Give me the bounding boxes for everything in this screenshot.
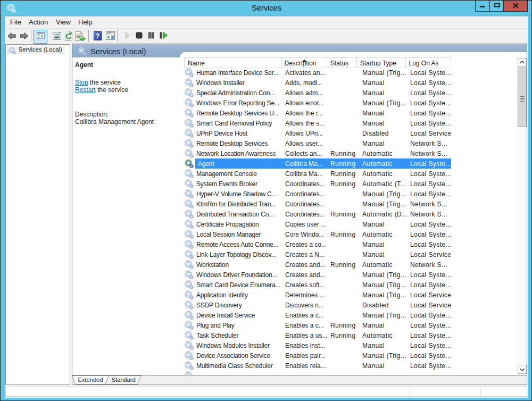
svg-text:?: ? bbox=[96, 32, 100, 40]
svg-text:Extended: Extended bbox=[78, 377, 103, 383]
svg-text:Standard: Standard bbox=[112, 377, 136, 383]
